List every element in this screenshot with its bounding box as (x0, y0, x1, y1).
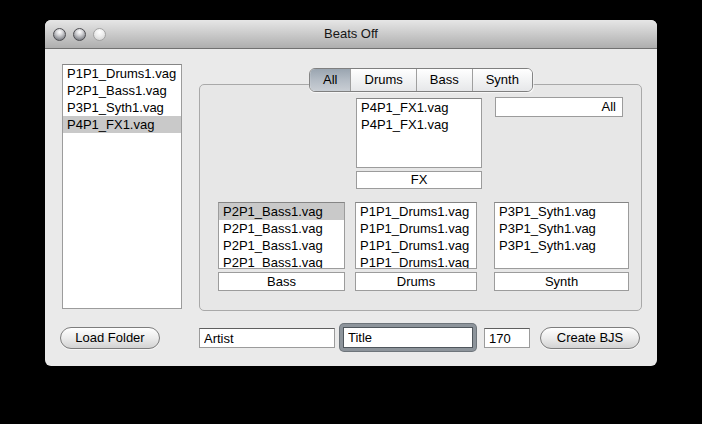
bass-list-item[interactable]: P2P1_Bass1.vag (219, 220, 344, 237)
fx-list[interactable]: P4P1_FX1.vagP4P1_FX1.vag (356, 98, 482, 168)
source-file-item[interactable]: P4P1_FX1.vag (63, 116, 181, 133)
titlebar[interactable]: Beats Off (45, 20, 657, 49)
fx-list-item[interactable]: P4P1_FX1.vag (357, 99, 481, 116)
synth-list-item[interactable]: P3P1_Syth1.vag (495, 203, 628, 220)
fx-list-item[interactable]: P4P1_FX1.vag (357, 116, 481, 133)
load-folder-button[interactable]: Load Folder (60, 327, 160, 349)
tab-bar: AllDrumsBassSynth (309, 68, 533, 92)
drums-list-item[interactable]: P1P1_Drums1.vag (356, 237, 476, 254)
window-controls (53, 28, 106, 41)
bass-list-item[interactable]: P2P1_Bass1.vag (219, 203, 344, 220)
window-title: Beats Off (45, 20, 657, 48)
synth-list-item[interactable]: P3P1_Syth1.vag (495, 237, 628, 254)
tab[interactable]: All (310, 69, 351, 91)
bass-list[interactable]: P2P1_Bass1.vagP2P1_Bass1.vagP2P1_Bass1.v… (218, 202, 345, 269)
zoom-icon[interactable] (93, 28, 106, 41)
drums-list-item[interactable]: P1P1_Drums1.vag (356, 254, 476, 269)
synth-list-item[interactable]: P3P1_Syth1.vag (495, 220, 628, 237)
title-field-focus-ring (340, 324, 476, 351)
bass-list-item[interactable]: P2P1_Bass1.vag (219, 254, 344, 269)
close-icon[interactable] (53, 28, 66, 41)
source-file-list[interactable]: P1P1_Drums1.vagP2P1_Bass1.vagP3P1_Syth1.… (62, 64, 182, 309)
synth-label: Synth (494, 272, 629, 291)
drums-list[interactable]: P1P1_Drums1.vagP1P1_Drums1.vagP1P1_Drums… (355, 202, 477, 269)
bass-list-item[interactable]: P2P1_Bass1.vag (219, 237, 344, 254)
bass-label: Bass (218, 272, 345, 291)
source-file-item[interactable]: P1P1_Drums1.vag (63, 65, 181, 82)
source-file-item[interactable]: P3P1_Syth1.vag (63, 99, 181, 116)
tab[interactable]: Bass (417, 69, 473, 91)
title-field[interactable] (343, 327, 473, 348)
synth-list[interactable]: P3P1_Syth1.vagP3P1_Syth1.vagP3P1_Syth1.v… (494, 202, 629, 269)
source-file-item[interactable]: P2P1_Bass1.vag (63, 82, 181, 99)
all-filter-box[interactable]: All (495, 97, 623, 117)
create-bjs-button[interactable]: Create BJS (540, 327, 640, 349)
tab[interactable]: Drums (352, 69, 417, 91)
drums-list-item[interactable]: P1P1_Drums1.vag (356, 220, 476, 237)
fx-label: FX (356, 171, 482, 189)
bpm-field[interactable] (484, 328, 530, 348)
drums-label: Drums (355, 272, 477, 291)
app-window: Beats Off P1P1_Drums1.vagP2P1_Bass1.vagP… (45, 20, 657, 366)
minimize-icon[interactable] (73, 28, 86, 41)
drums-list-item[interactable]: P1P1_Drums1.vag (356, 203, 476, 220)
artist-field[interactable] (199, 328, 335, 348)
tab[interactable]: Synth (473, 69, 532, 91)
